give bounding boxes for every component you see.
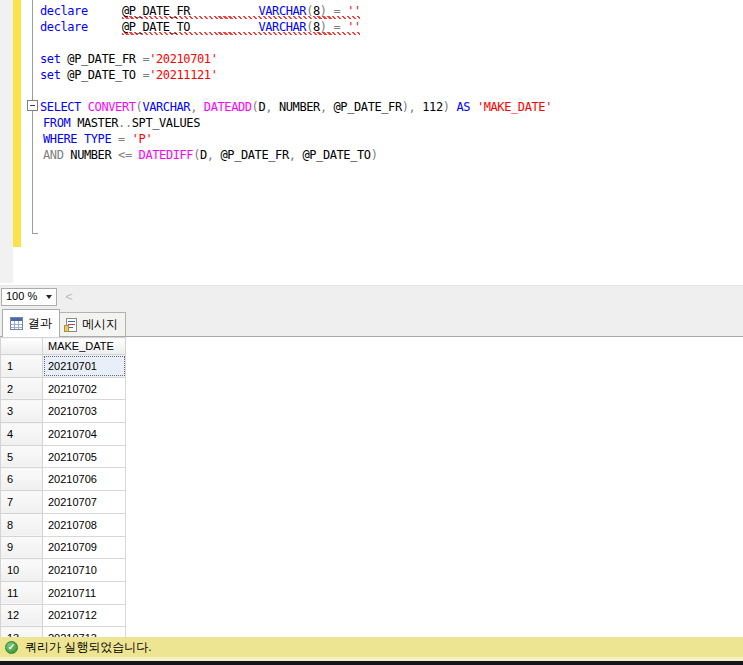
code-line[interactable] [40, 83, 552, 99]
table-row: 1020210710 [1, 559, 126, 582]
collapse-minus-icon[interactable] [27, 100, 38, 111]
corner-header-cell[interactable] [1, 338, 43, 355]
table-header-row: MAKE_DATE [1, 338, 126, 355]
status-bar: ✓ 쿼리가 실행되었습니다. [0, 637, 743, 657]
table-row: 720210707 [1, 491, 126, 514]
make-date-cell[interactable]: 20210711 [43, 581, 126, 604]
row-number-cell[interactable]: 3 [1, 400, 43, 423]
make-date-cell[interactable]: 20210710 [43, 559, 126, 582]
row-number-cell[interactable]: 2 [1, 377, 43, 400]
code-line[interactable] [40, 35, 552, 51]
tab-results-label: 결과 [28, 315, 52, 332]
table-row: 1120210711 [1, 581, 126, 604]
code-line[interactable]: AND NUMBER <= DATEDIFF(D, @P_DATE_FR, @P… [40, 147, 552, 163]
row-number-cell[interactable]: 12 [1, 604, 43, 627]
row-number-cell[interactable]: 13 [1, 627, 43, 637]
table-row: 1320210713 [1, 627, 126, 637]
make-date-cell[interactable]: 20210704 [43, 423, 126, 446]
zoom-level-combo[interactable]: 100 % [1, 288, 57, 306]
table-row: 620210706 [1, 468, 126, 491]
code-line[interactable]: SELECT CONVERT(VARCHAR, DATEADD(D, NUMBE… [40, 99, 552, 115]
row-number-cell[interactable]: 10 [1, 559, 43, 582]
code-lines: declare @P_DATE_FR VARCHAR(8) = ''declar… [40, 3, 552, 163]
make-date-cell[interactable]: 20210701 [43, 355, 126, 378]
row-number-cell[interactable]: 11 [1, 581, 43, 604]
table-row: 1220210712 [1, 604, 126, 627]
editor-indicator-margin [0, 0, 13, 283]
sql-editor[interactable]: declare @P_DATE_FR VARCHAR(8) = ''declar… [0, 0, 743, 285]
table-row: 820210708 [1, 513, 126, 536]
editor-horizontal-scrollbar[interactable]: 100 % < [0, 285, 743, 308]
row-number-cell[interactable]: 4 [1, 423, 43, 446]
results-grid-pane: MAKE_DATE 120210701220210702320210703420… [0, 337, 743, 637]
code-line[interactable]: declare @P_DATE_TO VARCHAR(8) = '' [40, 19, 552, 35]
outline-guide-line [32, 0, 38, 234]
minus-glyph [30, 105, 35, 106]
messages-icon [64, 318, 77, 332]
code-line[interactable]: set @P_DATE_FR ='20210701' [40, 51, 552, 67]
window-bottom-strip [0, 661, 743, 665]
make-date-cell[interactable]: 20210705 [43, 445, 126, 468]
table-row: 920210709 [1, 536, 126, 559]
table-row: 420210704 [1, 423, 126, 446]
code-line[interactable]: set @P_DATE_TO ='20211121' [40, 67, 552, 83]
code-line[interactable]: FROM MASTER..SPT_VALUES [40, 115, 552, 131]
status-message: 쿼리가 실행되었습니다. [25, 639, 152, 656]
ssms-query-window: declare @P_DATE_FR VARCHAR(8) = ''declar… [0, 0, 743, 665]
table-row: 220210702 [1, 377, 126, 400]
results-grid-icon [10, 317, 23, 330]
make-date-cell[interactable]: 20210713 [43, 627, 126, 637]
tab-messages[interactable]: 메시지 [56, 312, 126, 336]
change-tracking-strip [13, 0, 21, 247]
table-row: 520210705 [1, 445, 126, 468]
scroll-left-arrow-icon[interactable]: < [63, 289, 75, 305]
make-date-column-header[interactable]: MAKE_DATE [43, 338, 126, 355]
row-number-cell[interactable]: 9 [1, 536, 43, 559]
row-number-cell[interactable]: 8 [1, 513, 43, 536]
make-date-cell[interactable]: 20210703 [43, 400, 126, 423]
make-date-cell[interactable]: 20210702 [43, 377, 126, 400]
row-number-cell[interactable]: 6 [1, 468, 43, 491]
table-row: 120210701 [1, 355, 126, 378]
row-number-cell[interactable]: 1 [1, 355, 43, 378]
row-number-cell[interactable]: 5 [1, 445, 43, 468]
code-line[interactable]: WHERE TYPE = 'P' [40, 131, 552, 147]
make-date-cell[interactable]: 20210709 [43, 536, 126, 559]
tab-results[interactable]: 결과 [2, 309, 60, 337]
tab-messages-label: 메시지 [82, 316, 118, 333]
make-date-cell[interactable]: 20210707 [43, 491, 126, 514]
results-table: MAKE_DATE 120210701220210702320210703420… [0, 337, 126, 637]
results-tabstrip: 결과 메시지 [0, 308, 743, 337]
success-check-icon: ✓ [5, 641, 18, 654]
code-line[interactable]: declare @P_DATE_FR VARCHAR(8) = '' [40, 3, 552, 19]
table-row: 320210703 [1, 400, 126, 423]
zoom-level-value: 100 % [6, 290, 37, 302]
make-date-cell[interactable]: 20210712 [43, 604, 126, 627]
make-date-cell[interactable]: 20210708 [43, 513, 126, 536]
row-number-cell[interactable]: 7 [1, 491, 43, 514]
chevron-down-icon[interactable] [46, 295, 52, 299]
make-date-cell[interactable]: 20210706 [43, 468, 126, 491]
